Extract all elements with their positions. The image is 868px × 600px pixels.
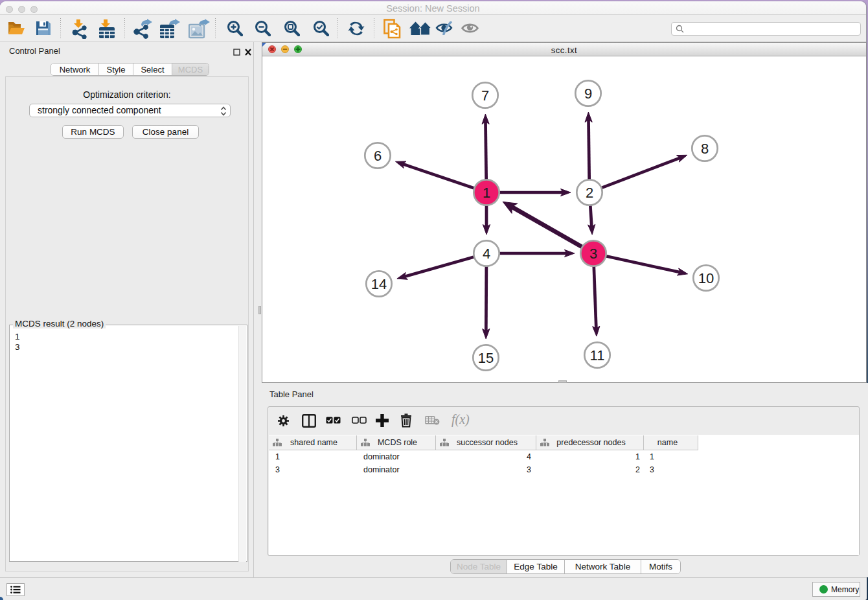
svg-text:15: 15 — [478, 350, 494, 366]
svg-text:9: 9 — [584, 86, 592, 102]
svg-text:7: 7 — [481, 87, 489, 104]
svg-text:8: 8 — [701, 141, 709, 157]
svg-text:2: 2 — [586, 185, 593, 201]
svg-text:10: 10 — [698, 270, 714, 286]
svg-text:6: 6 — [374, 148, 382, 164]
svg-text:1: 1 — [483, 185, 490, 201]
svg-text:3: 3 — [589, 246, 597, 262]
svg-text:11: 11 — [590, 347, 605, 363]
svg-text:4: 4 — [483, 246, 490, 262]
svg-text:14: 14 — [371, 276, 387, 292]
